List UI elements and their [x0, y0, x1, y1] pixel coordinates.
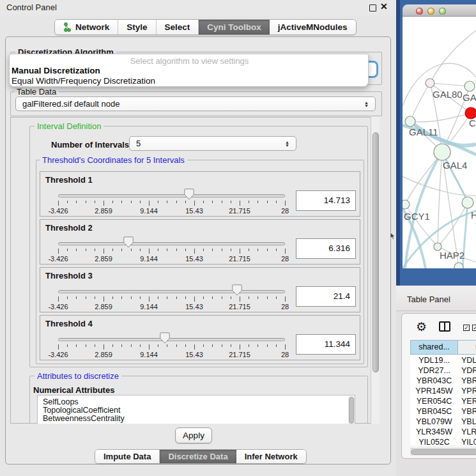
- tick-mark: [176, 201, 177, 203]
- minimize-traffic-light-icon[interactable]: [427, 8, 434, 15]
- tab-style[interactable]: Style: [118, 20, 156, 35]
- tab-label: Discretize Data: [168, 452, 227, 461]
- tab-jactivemnodules[interactable]: jActiveMNodules: [270, 20, 356, 35]
- tab-discretize-data[interactable]: Discretize Data: [160, 450, 236, 463]
- algorithm-option[interactable]: Equal Width/Frequency Discretization: [12, 76, 155, 86]
- cell-name: YBL0: [458, 417, 476, 427]
- tick-mark: [231, 249, 231, 251]
- network-node-label: HAP2: [440, 250, 464, 261]
- network-node-label: GAL80: [433, 89, 463, 100]
- network-canvas[interactable]: GAL80GACGAL11GAL4GCY1HHAP2: [403, 17, 476, 268]
- network-window-titlebar[interactable]: [403, 4, 476, 17]
- column-header[interactable]: shared...: [410, 340, 458, 355]
- tab-select[interactable]: Select: [157, 20, 199, 35]
- table-row[interactable]: YIL052CYIL0: [410, 437, 476, 445]
- threshold-slider-track[interactable]: [58, 194, 285, 197]
- table-row[interactable]: YPR145WYPR1: [410, 386, 476, 396]
- tick-mark: [212, 201, 213, 203]
- scrollbar-thumb[interactable]: [411, 449, 476, 455]
- close-icon[interactable]: ✕: [380, 1, 388, 12]
- threshold-value-field[interactable]: 6.316: [296, 238, 356, 259]
- numerical-attributes-list[interactable]: SelfLoopsTopologicalCoefficientBetweenne…: [37, 395, 355, 424]
- table-row[interactable]: YDL19...YDL1: [410, 355, 476, 365]
- threshold-label: Threshold 2: [45, 223, 93, 233]
- algorithm-option[interactable]: Manual Discretization: [12, 66, 100, 75]
- tick-mark: [212, 296, 213, 299]
- tick-label: -3.426: [42, 255, 74, 263]
- network-node[interactable]: [462, 197, 473, 208]
- threshold-slider-track[interactable]: [58, 242, 285, 245]
- list-item[interactable]: BetweennessCentrality: [43, 414, 125, 423]
- threshold-value-field[interactable]: 21.4: [296, 286, 356, 307]
- table-data-value: galFiltered.sif default node: [22, 99, 119, 109]
- gear-icon[interactable]: ⚙: [416, 319, 427, 334]
- scrollbar-thumb[interactable]: [372, 132, 379, 372]
- table-row[interactable]: YBR043CYBR0: [410, 376, 476, 386]
- tab-impute-data[interactable]: Impute Data: [95, 450, 160, 463]
- network-node[interactable]: [426, 79, 434, 88]
- threshold-slider-track[interactable]: [58, 338, 285, 341]
- threshold-panel: Threshold 4-3.4262.8599.14415.4321.71528…: [40, 315, 360, 360]
- table-row[interactable]: YER054CYER0: [410, 396, 476, 406]
- checkbox-icon[interactable]: ✓: [463, 325, 470, 331]
- network-node[interactable]: [454, 263, 463, 268]
- table-horizontal-scrollbar[interactable]: [410, 448, 476, 456]
- column-header[interactable]: n: [458, 340, 476, 355]
- tick-mark: [257, 201, 258, 203]
- cell-name: YBR0: [458, 406, 476, 417]
- apply-button[interactable]: Apply: [175, 427, 212, 443]
- network-node[interactable]: [403, 200, 410, 209]
- tick-mark: [104, 201, 104, 206]
- settings-scrollbar[interactable]: [371, 117, 380, 424]
- threshold-value-field[interactable]: 11.344: [296, 334, 356, 355]
- network-edge[interactable]: [430, 31, 476, 83]
- network-node[interactable]: [405, 116, 415, 127]
- threshold-slider-thumb[interactable]: [160, 332, 170, 344]
- split-columns-icon[interactable]: [439, 321, 450, 332]
- tick-mark: [112, 201, 113, 203]
- thresholds-title: Threshold's Coordinates for 5 Intervals: [40, 155, 187, 165]
- tick-mark: [203, 296, 204, 299]
- tick-mark: [176, 296, 177, 299]
- network-node[interactable]: [464, 81, 475, 91]
- table-row[interactable]: YLR345WYLR3: [410, 427, 476, 437]
- threshold-slider-thumb[interactable]: [232, 284, 242, 296]
- float-panel-icon[interactable]: [369, 4, 376, 12]
- scrollbar-thumb[interactable]: [349, 397, 354, 424]
- network-edge[interactable]: [430, 83, 470, 86]
- cell-shared-name: YDL19...: [410, 355, 458, 365]
- network-edge[interactable]: [410, 113, 471, 122]
- table-data-combobox[interactable]: galFiltered.sif default node ▲▼: [15, 96, 376, 111]
- threshold-panel: Threshold 2-3.4262.8599.14415.4321.71528…: [40, 219, 360, 265]
- threshold-value-field[interactable]: 14.713: [296, 190, 356, 211]
- tab-label: Infer Network: [245, 452, 298, 461]
- tick-mark: [276, 296, 277, 299]
- cell-shared-name: YBR043C: [410, 376, 458, 386]
- network-edge-thick[interactable]: [405, 152, 442, 268]
- table-row[interactable]: YBR045CYBR0: [410, 406, 476, 417]
- close-traffic-light-icon[interactable]: [416, 8, 423, 15]
- attributes-scrollbar[interactable]: [348, 396, 355, 424]
- tick-mark: [140, 296, 141, 299]
- threshold-slider-thumb[interactable]: [123, 236, 134, 248]
- tab-network[interactable]: Network: [55, 20, 118, 35]
- tab-infer-network[interactable]: Infer Network: [236, 450, 306, 463]
- tick-mark: [276, 201, 277, 203]
- network-edge[interactable]: [438, 152, 442, 247]
- checkbox-icon[interactable]: ✓: [472, 325, 476, 331]
- zoom-traffic-light-icon[interactable]: [439, 8, 446, 15]
- tick-mark: [194, 344, 195, 349]
- threshold-slider-thumb[interactable]: [184, 188, 194, 200]
- list-item[interactable]: SelfLoops: [43, 397, 79, 406]
- list-item[interactable]: TopologicalCoefficient: [43, 406, 120, 415]
- table-row[interactable]: YBL079WYBL0: [410, 417, 476, 427]
- number-of-intervals-combobox[interactable]: 5 ▲▼: [129, 136, 296, 151]
- tick-mark: [67, 344, 68, 347]
- tick-mark: [231, 201, 231, 203]
- table-row[interactable]: YDR27...YDR2: [410, 365, 476, 376]
- tick-mark: [76, 201, 77, 203]
- network-edge[interactable]: [410, 83, 430, 121]
- tab-cyni-toolbox[interactable]: Cyni Toolbox: [199, 20, 270, 35]
- threshold-slider-track[interactable]: [58, 290, 285, 293]
- network-node[interactable]: [434, 144, 450, 160]
